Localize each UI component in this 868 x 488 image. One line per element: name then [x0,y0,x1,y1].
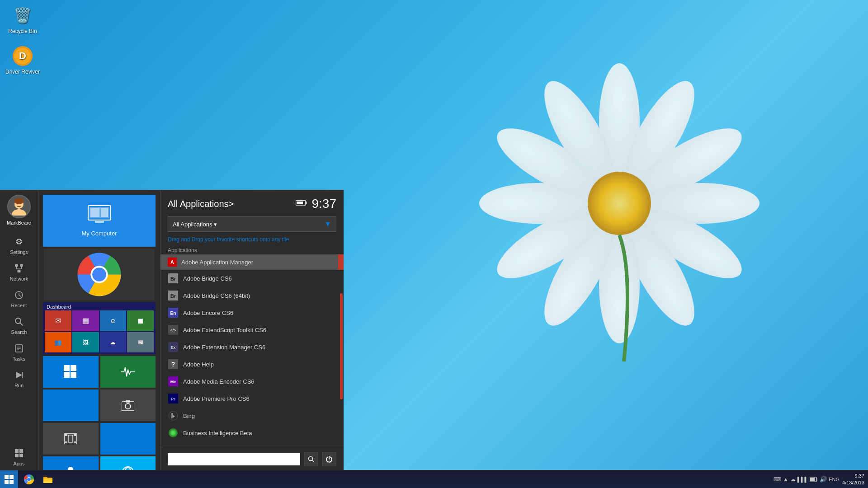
taskbar-apps [18,471,59,488]
tile-blue-empty[interactable] [43,389,99,421]
adobe-br-icon: Br [168,273,179,284]
tile-windows[interactable] [43,356,99,388]
sidebar-item-recent[interactable]: Recent [0,285,38,312]
tile-camera[interactable] [100,389,156,421]
bing-app-icon [168,410,179,421]
sidebar-item-network[interactable]: Network [0,258,38,285]
driver-reviver-icon[interactable]: D Driver Reviver [5,45,41,75]
taskbar-file-explorer-btn[interactable] [39,471,57,488]
app-item-adobe-app-manager[interactable]: A Adobe Application Manager [160,254,344,270]
tile-person[interactable] [43,456,99,470]
svg-text:</>: </> [170,328,176,333]
app-item-adobe-help[interactable]: ? Adobe Help [160,356,344,373]
driver-reviver-image: D [12,45,33,67]
sidebar-item-tasks[interactable]: Tasks [0,338,38,365]
app-item-adobe-premiere[interactable]: Pr Adobe Premiere Pro CS6 [160,390,344,407]
my-computer-label: My Computer [81,230,117,237]
adobe-br-64-icon: Br [168,290,179,301]
tile-film[interactable] [43,423,99,455]
taskbar-chrome-btn[interactable] [20,471,38,488]
svg-point-98 [171,431,175,435]
svg-rect-60 [65,434,67,436]
dashboard-label: Dashboard [47,304,71,310]
app-item-adobe-bridge[interactable]: Br Adobe Bridge CS6 [160,270,344,287]
preview-tile-ie: e [100,310,127,331]
app-item-adobe-media-encoder[interactable]: Me Adobe Media Encoder CS6 [160,373,344,390]
svg-point-4 [629,197,751,291]
start-search-input[interactable] [168,453,300,465]
svg-text:Pr: Pr [171,397,175,401]
tile-pulse[interactable] [100,356,156,388]
svg-rect-52 [64,365,70,371]
show-hidden-icons[interactable]: ▲ [783,476,788,483]
svg-rect-54 [64,372,70,378]
sidebar-username: MarkBeare [7,220,31,225]
volume-icon[interactable]: 🔊 [820,476,827,483]
apps-list-scrollbar[interactable] [340,293,343,399]
apps-filter-dropdown[interactable]: All Applications ▾ ▼ [168,216,336,232]
svg-rect-41 [19,454,23,457]
adobe-me-icon: Me [168,376,179,387]
run-icon [13,369,25,381]
app-name-adobe-extension-mgr: Adobe Extension Manager CS6 [183,344,265,351]
driver-reviver-label: Driver Reviver [5,69,40,75]
taskbar-time: 9:37 [842,473,864,479]
signal-icon: ▌▌▌ [797,477,808,482]
preview-tile-teal: 🖼 [72,332,99,353]
desktop: 🗑️ Recycle Bin D Driver Reviver [0,0,868,488]
cloud-tray-icon: ☁ [790,476,796,483]
svg-line-100 [312,460,314,462]
power-button[interactable] [322,452,336,466]
app-item-adobe-extension-mgr[interactable]: Ex Adobe Extension Manager CS6 [160,338,344,356]
apps-filter-label: All Applications ▾ [173,221,217,228]
svg-rect-38 [15,449,19,453]
apps-panel-title: All Applications> [168,199,234,209]
svg-rect-45 [101,208,108,217]
svg-point-13 [590,174,649,233]
svg-rect-22 [15,264,18,267]
taskbar-date: 4/13/2013 [842,479,864,486]
adobe-em-icon: Ex [168,342,179,352]
app-item-adobe-bridge-64[interactable]: Br Adobe Bridge CS6 (64bit) [160,287,344,304]
svg-rect-77 [297,202,303,204]
tile-chrome[interactable] [43,249,156,300]
svg-point-103 [27,478,31,481]
app-item-business-intelligence[interactable]: Business Intelligence Beta [160,424,344,441]
svg-point-9 [479,183,597,224]
app-name-business-intelligence: Business Intelligence Beta [183,430,252,436]
recent-label: Recent [11,303,27,308]
app-item-adobe-encore[interactable]: En Adobe Encore CS6 [160,304,344,321]
tile-my-computer[interactable]: My Computer [43,195,156,247]
tile-blue2[interactable] [100,423,156,455]
search-button[interactable] [304,452,318,466]
adobe-pr-icon: Pr [168,393,179,404]
apps-section-label: Applications [160,245,344,254]
user-avatar[interactable] [7,195,31,218]
sidebar-item-settings[interactable]: ⚙ Settings [0,232,38,258]
apps-filter: All Applications ▾ ▼ [168,216,336,232]
app-name-adobe-help: Adobe Help [183,361,214,368]
keyboard-icon: ⌨ [774,476,781,483]
svg-rect-105 [810,478,815,481]
sidebar-item-search[interactable]: Search [0,312,38,338]
taskbar-battery-icon [810,477,818,482]
svg-rect-53 [71,365,76,371]
svg-point-65 [68,467,73,470]
apps-panel-time: 9:37 [312,197,337,211]
taskbar-clock[interactable]: 9:37 4/13/2013 [842,473,864,486]
app-item-bing[interactable]: Bing [160,407,344,424]
sidebar-item-apps[interactable]: Apps [0,443,38,470]
svg-rect-61 [74,434,76,436]
svg-text:En: En [170,311,176,316]
app-name-adobe-bridge: Adobe Bridge CS6 [183,275,232,282]
recycle-bin-icon[interactable]: 🗑️ Recycle Bin [5,5,41,34]
apps-drag-hint: Drag and Drop your favorite shortcuts on… [160,234,344,245]
sidebar-item-run[interactable]: Run [0,365,38,392]
svg-point-0 [599,63,640,181]
app-name-adobe-app-manager: Adobe Application Manager [181,259,253,266]
tile-skype[interactable] [100,456,156,470]
tile-dashboard[interactable]: Dashboard ✉ ▦ e ◼ 👥 🖼 ☁ 📰 [43,302,156,354]
svg-point-10 [488,116,610,210]
app-item-adobe-extendscript[interactable]: </> Adobe ExtendScript Toolkit CS6 [160,321,344,338]
taskbar-start-button[interactable] [0,470,18,488]
